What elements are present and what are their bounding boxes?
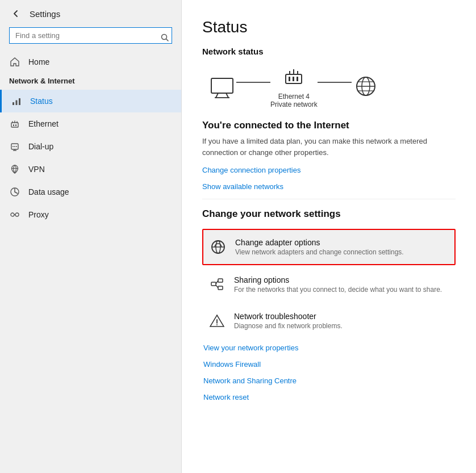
troubleshooter-icon — [209, 313, 225, 329]
sharing-title: Sharing options — [234, 275, 442, 284]
sidebar-item-dialup-label: Dial-up — [28, 142, 53, 151]
view-properties-link[interactable]: View your network properties — [203, 344, 456, 352]
router-icon-group: Ethernet 4 Private network — [270, 66, 318, 108]
svg-rect-25 — [293, 77, 294, 81]
sidebar-item-datausage-label: Data usage — [28, 187, 69, 196]
sidebar-item-dialup[interactable]: Dial-up — [0, 135, 181, 158]
computer-icon — [208, 76, 236, 99]
connection-name-label: Ethernet 4 — [270, 93, 318, 101]
globe-icon — [352, 76, 380, 99]
sidebar-item-status-label: Status — [30, 97, 53, 106]
sharing-text: Sharing options For the networks that yo… — [234, 275, 442, 294]
setting-item-adapter[interactable]: Change adapter options View network adap… — [202, 229, 456, 265]
vpn-icon — [9, 164, 20, 175]
svg-rect-3 — [16, 101, 18, 106]
svg-line-21 — [226, 93, 228, 98]
network-sharing-centre-link[interactable]: Network and Sharing Centre — [203, 376, 456, 385]
sidebar-section-label: Network & Internet — [0, 73, 181, 90]
svg-rect-6 — [13, 124, 14, 126]
line1 — [236, 82, 270, 83]
search-input[interactable] — [9, 27, 172, 44]
svg-point-9 — [12, 146, 14, 147]
network-diagram: Ethernet 4 Private network — [202, 66, 456, 108]
sidebar: Settings Home Network & Internet — [0, 0, 182, 473]
globe-icon-group — [352, 76, 380, 99]
sharing-desc: For the networks that you connect to, de… — [234, 286, 442, 294]
sidebar-item-ethernet[interactable]: Ethernet — [0, 112, 181, 135]
status-icon — [11, 95, 22, 107]
svg-rect-5 — [11, 123, 18, 127]
home-icon — [9, 56, 20, 68]
svg-rect-39 — [218, 279, 223, 282]
search-box-container — [0, 24, 181, 51]
adapter-icon — [210, 239, 226, 255]
router-icon — [283, 66, 304, 89]
svg-rect-40 — [218, 286, 223, 290]
setting-item-sharing[interactable]: Sharing options For the networks that yo… — [202, 267, 456, 302]
sidebar-item-status[interactable]: Status — [0, 90, 181, 112]
sidebar-item-vpn[interactable]: VPN — [0, 158, 181, 181]
sidebar-item-datausage[interactable]: Data usage — [0, 181, 181, 203]
svg-point-17 — [15, 213, 19, 216]
troubleshooter-title: Network troubleshooter — [234, 312, 343, 321]
network-status-heading: Network status — [202, 47, 456, 56]
svg-rect-19 — [211, 78, 233, 93]
troubleshooter-desc: Diagnose and fix network problems. — [234, 322, 343, 330]
svg-rect-2 — [12, 102, 14, 105]
connected-heading: You're connected to the Internet — [202, 120, 456, 131]
svg-rect-4 — [19, 98, 20, 105]
svg-rect-38 — [211, 282, 216, 286]
app-title: Settings — [30, 9, 60, 19]
svg-line-20 — [216, 93, 218, 98]
sidebar-header: Settings — [0, 0, 181, 24]
sidebar-item-ethernet-label: Ethernet — [28, 119, 59, 128]
connected-desc: If you have a limited data plan, you can… — [202, 136, 429, 158]
svg-point-11 — [16, 146, 17, 147]
windows-firewall-link[interactable]: Windows Firewall — [203, 360, 456, 369]
change-settings-heading: Change your network settings — [202, 208, 456, 220]
troubleshooter-text: Network troubleshooter Diagnose and fix … — [234, 312, 343, 330]
svg-point-16 — [11, 213, 14, 216]
ethernet-icon — [9, 118, 20, 129]
svg-rect-26 — [297, 77, 298, 81]
setting-item-troubleshooter[interactable]: Network troubleshooter Diagnose and fix … — [202, 304, 456, 338]
sidebar-item-vpn-label: VPN — [28, 165, 45, 174]
links-section: View your network properties Windows Fir… — [202, 344, 456, 401]
back-button[interactable] — [9, 8, 23, 19]
svg-line-1 — [166, 39, 169, 41]
proxy-icon — [9, 209, 20, 220]
network-reset-link[interactable]: Network reset — [203, 393, 456, 401]
computer-icon-group — [208, 76, 236, 99]
connection-type-label: Private network — [270, 101, 318, 108]
svg-rect-24 — [289, 77, 290, 81]
sidebar-item-home-label: Home — [28, 57, 49, 66]
search-icon-button[interactable] — [161, 34, 169, 41]
section-divider — [202, 199, 456, 199]
adapter-text: Change adapter options View network adap… — [235, 238, 404, 256]
sidebar-item-proxy[interactable]: Proxy — [0, 203, 181, 226]
show-networks-link[interactable]: Show available networks — [202, 182, 456, 191]
sharing-icon — [209, 277, 225, 292]
adapter-title: Change adapter options — [235, 238, 404, 247]
main-content: Status Network status — [182, 0, 476, 473]
sidebar-item-proxy-label: Proxy — [28, 210, 49, 219]
change-connection-link[interactable]: Change connection properties — [202, 166, 456, 174]
svg-point-10 — [14, 146, 15, 147]
datausage-icon — [9, 186, 20, 198]
adapter-desc: View network adapters and change connect… — [235, 248, 404, 256]
svg-point-42 — [216, 324, 218, 325]
page-title: Status — [202, 18, 456, 36]
line2 — [318, 82, 352, 83]
sidebar-item-home[interactable]: Home — [0, 51, 181, 73]
svg-rect-7 — [15, 124, 16, 126]
dialup-icon — [9, 141, 20, 152]
